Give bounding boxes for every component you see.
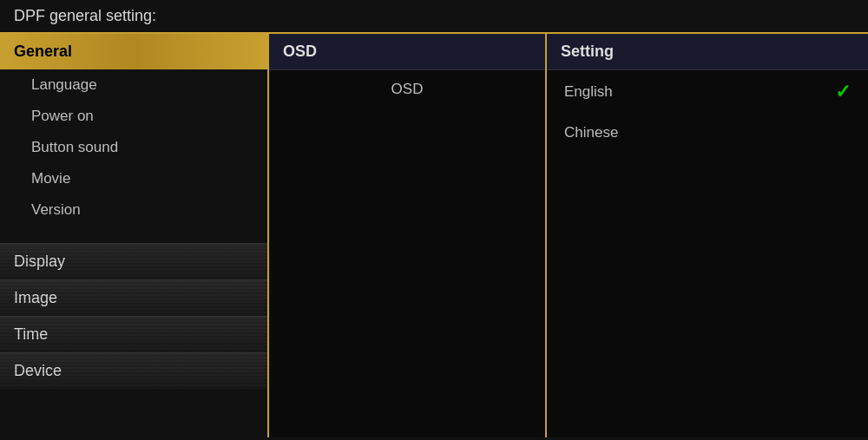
right-item-english[interactable]: English ✓ [547, 70, 868, 114]
main-layout: General Language Power on Button sound M… [0, 32, 868, 437]
sidebar-item-general[interactable]: General [0, 34, 267, 69]
sidebar-item-version[interactable]: Version [0, 194, 267, 226]
sidebar-spacer [0, 226, 267, 243]
sidebar-item-image[interactable]: Image [0, 279, 267, 316]
sidebar-item-display[interactable]: Display [0, 243, 267, 279]
sidebar-item-button-sound[interactable]: Button sound [0, 132, 267, 163]
page-title: DPF general setting: [0, 0, 868, 32]
sidebar: General Language Power on Button sound M… [0, 34, 269, 437]
right-column: Setting English ✓ Chinese [547, 34, 868, 437]
screen: DPF general setting: General Language Po… [0, 0, 868, 440]
osd-item[interactable]: OSD [269, 70, 545, 108]
sidebar-item-language[interactable]: Language [0, 69, 267, 101]
checkmark-icon: ✓ [835, 81, 851, 103]
right-item-chinese[interactable]: Chinese [547, 114, 868, 152]
sidebar-item-power-on[interactable]: Power on [0, 101, 267, 132]
sidebar-item-time[interactable]: Time [0, 316, 267, 352]
title-text: DPF general setting: [14, 7, 156, 24]
sidebar-item-movie[interactable]: Movie [0, 163, 267, 194]
sidebar-item-device[interactable]: Device [0, 352, 267, 389]
middle-col-header: OSD [269, 34, 545, 70]
right-col-header: Setting [547, 34, 868, 70]
middle-column: OSD OSD [269, 34, 547, 437]
